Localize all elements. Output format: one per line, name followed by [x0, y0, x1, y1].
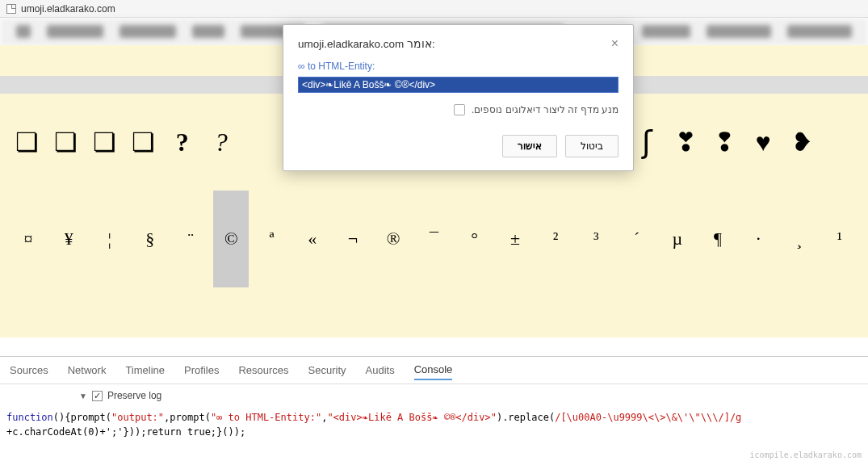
- char-cell[interactable]: ❏: [10, 94, 45, 191]
- tab-resources[interactable]: Resources: [238, 361, 288, 379]
- char-cell[interactable]: ¹: [822, 191, 858, 287]
- tab-profiles[interactable]: Profiles: [184, 361, 219, 379]
- suppress-dialogs-checkbox[interactable]: [454, 104, 465, 115]
- console-code[interactable]: function(){prompt("output:",prompt("∞ to…: [0, 407, 868, 442]
- suppress-dialogs-label: מנע מדף זה ליצור דיאלוגים נוספים.: [472, 104, 619, 115]
- preserve-log-checkbox[interactable]: ✓: [92, 391, 103, 401]
- char-cell[interactable]: ❏: [126, 94, 161, 191]
- char-cell[interactable]: ❏: [48, 94, 84, 191]
- char-cell[interactable]: ❥: [784, 94, 820, 191]
- char-cell[interactable]: [823, 94, 858, 191]
- tab-audits[interactable]: Audits: [366, 361, 395, 379]
- tab-sources[interactable]: Sources: [10, 361, 48, 379]
- page-title: umoji.eladkarako.com: [21, 3, 115, 15]
- js-prompt-dialog: umoji.eladkarako.com אומר: × ∞ to HTML-E…: [283, 24, 634, 171]
- preserve-log-label: Preserve log: [107, 390, 161, 401]
- char-cell[interactable]: ¯: [416, 191, 451, 287]
- tab-network[interactable]: Network: [68, 361, 107, 379]
- char-cell[interactable]: §: [132, 191, 168, 287]
- close-icon[interactable]: ×: [611, 36, 619, 51]
- tab-console[interactable]: Console: [414, 360, 453, 380]
- filter-dropdown-icon[interactable]: ▼: [79, 392, 87, 400]
- char-cell[interactable]: µ: [660, 191, 695, 287]
- char-cell[interactable]: ?: [165, 94, 200, 191]
- char-cell[interactable]: ❣: [668, 94, 703, 191]
- char-cell[interactable]: ´: [619, 191, 655, 287]
- prompt-label: ∞ to HTML-Entity:: [298, 61, 619, 72]
- watermark-url: icompile.eladkarako.com: [750, 451, 862, 459]
- char-cell[interactable]: «: [295, 191, 330, 287]
- char-cell[interactable]: ¶: [700, 191, 736, 287]
- title-bar: umoji.eladkarako.com: [0, 0, 868, 18]
- char-cell[interactable]: [242, 94, 278, 191]
- prompt-input[interactable]: [298, 77, 619, 93]
- char-cell[interactable]: ❢: [707, 94, 742, 191]
- char-cell[interactable]: ¨: [173, 191, 208, 287]
- tab-security[interactable]: Security: [308, 361, 346, 379]
- console-subbar: ▼ ✓ Preserve log: [0, 384, 868, 407]
- char-cell[interactable]: ?: [203, 94, 239, 191]
- char-cell[interactable]: ³: [578, 191, 614, 287]
- char-cell[interactable]: ¤: [10, 191, 46, 287]
- char-cell[interactable]: ¸: [782, 191, 817, 287]
- ok-button[interactable]: אישור: [502, 135, 557, 157]
- dialog-origin-text: umoji.eladkarako.com אומר:: [298, 37, 435, 50]
- devtools-panel: Sources Network Timeline Profiles Resour…: [0, 356, 868, 461]
- char-cell[interactable]: ª: [254, 191, 290, 287]
- char-cell[interactable]: ❏: [87, 94, 123, 191]
- char-cell[interactable]: °: [457, 191, 493, 287]
- char-cell[interactable]: ®: [375, 191, 411, 287]
- char-cell[interactable]: ±: [497, 191, 533, 287]
- char-row-2: ¤ ¥ ¦ § ¨ © ª « ¬ ® ¯ ° ± ² ³ ´ µ ¶ · ¸ …: [0, 191, 868, 287]
- char-cell[interactable]: ♥: [745, 94, 781, 191]
- char-cell[interactable]: ¥: [51, 191, 86, 287]
- char-cell[interactable]: ¦: [92, 191, 128, 287]
- char-cell[interactable]: ʃ: [629, 94, 665, 191]
- cancel-button[interactable]: ביטול: [565, 135, 619, 157]
- char-cell[interactable]: ²: [538, 191, 573, 287]
- page-icon: [6, 4, 16, 14]
- char-cell[interactable]: ¬: [335, 191, 371, 287]
- tab-timeline[interactable]: Timeline: [125, 361, 165, 379]
- devtools-tabs: Sources Network Timeline Profiles Resour…: [0, 357, 868, 384]
- char-cell-selected[interactable]: ©: [213, 191, 249, 287]
- char-cell[interactable]: ·: [740, 191, 776, 287]
